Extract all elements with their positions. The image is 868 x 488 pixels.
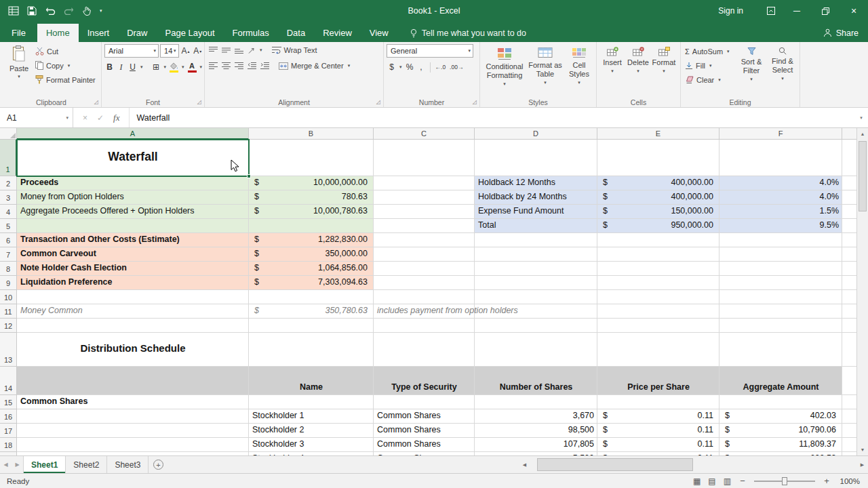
font-size-select[interactable]: 14 ▾ (160, 44, 179, 58)
find-select-button[interactable]: Find & Select ▾ (767, 44, 798, 97)
comma-style-button[interactable]: , (416, 61, 427, 73)
touch-mode-button[interactable] (79, 2, 95, 20)
sheet-nav-left-icon[interactable]: ◀ (0, 456, 12, 473)
cell-C17[interactable]: Common Shares (374, 424, 475, 438)
cell-C9[interactable] (374, 276, 475, 290)
sheet-tab-sheet2[interactable]: Sheet2 (66, 456, 107, 473)
cell-A5[interactable] (17, 219, 249, 233)
cell-D15[interactable] (475, 395, 597, 409)
cell-C10[interactable] (374, 290, 475, 304)
tab-review[interactable]: Review (314, 24, 361, 42)
cell-A9[interactable]: Liquidation Preference (17, 276, 249, 290)
cell-A16[interactable] (17, 409, 249, 424)
cell-A10[interactable] (17, 290, 249, 304)
cut-button[interactable]: Cut (34, 45, 97, 57)
cell-E13[interactable] (597, 333, 719, 367)
hscroll-track[interactable] (530, 456, 856, 473)
scroll-down-arrow[interactable]: ▼ (857, 444, 868, 455)
copy-button[interactable]: Copy ▾ (34, 60, 97, 71)
sheet-nav-right-icon[interactable]: ▶ (12, 456, 23, 473)
cell-B3[interactable]: $780.63 (249, 190, 374, 205)
formula-bar-expand-icon[interactable]: ▾ (854, 108, 868, 127)
row-header-5[interactable]: 5 (0, 219, 17, 233)
row-header-13[interactable]: 13 (0, 333, 17, 367)
column-header-D[interactable]: D (475, 128, 597, 140)
bold-button[interactable]: B (104, 61, 115, 73)
restore-button[interactable] (811, 0, 840, 22)
cell-C15[interactable] (374, 395, 475, 409)
cell-F14[interactable]: Aggregate Amount (719, 367, 842, 395)
cell-B10[interactable] (249, 290, 374, 304)
cell-A18[interactable] (17, 438, 249, 452)
cell-A19[interactable] (17, 452, 249, 455)
cell-F10[interactable] (719, 290, 842, 304)
minimize-button[interactable]: ─ (783, 0, 811, 22)
column-header-C[interactable]: C (374, 128, 475, 140)
cell-C19[interactable]: Common Shares (374, 452, 475, 455)
cell-E19[interactable]: $0.11 (597, 452, 719, 455)
cell-A2[interactable]: Proceeds (17, 176, 249, 190)
page-layout-view-button[interactable]: ▤ (708, 476, 715, 486)
cell-F17[interactable]: $10,790.06 (719, 424, 842, 438)
decrease-indent-button[interactable] (246, 60, 258, 72)
row-header-16[interactable]: 16 (0, 409, 17, 424)
share-button[interactable]: Share (823, 24, 859, 42)
cell-F5[interactable]: 9.5% (719, 219, 842, 233)
cell-D10[interactable] (475, 290, 597, 304)
column-header-F[interactable]: F (719, 128, 842, 140)
cell-E10[interactable] (597, 290, 719, 304)
cell-D14[interactable]: Number of Shares (475, 367, 597, 395)
cell-C16[interactable]: Common Shares (374, 409, 475, 424)
cell-D4[interactable]: Expense Fund Amount (475, 205, 597, 219)
cell-A6[interactable]: Transaction and Other Costs (Estimate) (17, 233, 249, 247)
column-header-A[interactable]: A (17, 128, 249, 140)
cell-C3[interactable] (374, 190, 475, 205)
cell-C7[interactable] (374, 247, 475, 262)
cell-E15[interactable] (597, 395, 719, 409)
select-all-corner[interactable] (0, 128, 17, 140)
borders-button[interactable]: ⊞ (151, 61, 161, 73)
cell-C2[interactable] (374, 176, 475, 190)
conditional-formatting-button[interactable]: Conditional Formatting ▾ (483, 44, 526, 97)
accounting-format-dropdown-icon[interactable]: ▾ (399, 64, 402, 70)
row-header-17[interactable]: 17 (0, 424, 17, 438)
column-header-E[interactable]: E (597, 128, 719, 140)
sort-filter-button[interactable]: Sort & Filter ▾ (736, 44, 767, 97)
row-header-15[interactable]: 15 (0, 395, 17, 409)
new-sheet-button[interactable]: + (149, 456, 167, 473)
cell-E4[interactable]: $150,000.00 (597, 205, 719, 219)
increase-indent-button[interactable] (259, 60, 271, 72)
cell-D3[interactable]: Holdback by 24 Months (475, 190, 597, 205)
cell-E6[interactable] (597, 233, 719, 247)
cell-F9[interactable] (719, 276, 842, 290)
row-header-6[interactable]: 6 (0, 233, 17, 247)
cell-A17[interactable] (17, 424, 249, 438)
row-header-12[interactable]: 12 (0, 319, 17, 333)
cell-F15[interactable] (719, 395, 842, 409)
align-right-button[interactable] (233, 60, 245, 72)
customize-qat-dropdown[interactable]: ▾ (97, 8, 105, 14)
cell-E18[interactable]: $0.11 (597, 438, 719, 452)
delete-cells-button[interactable]: Delete ▾ (625, 44, 651, 97)
fill-color-dropdown-icon[interactable]: ▾ (182, 64, 184, 70)
cell-D11[interactable] (475, 304, 597, 319)
zoom-in-button[interactable]: + (823, 476, 831, 486)
cell-E14[interactable]: Price per Share (597, 367, 719, 395)
cell-C8[interactable] (374, 262, 475, 276)
cell-D13[interactable] (475, 333, 597, 367)
normal-view-button[interactable]: ▦ (693, 476, 701, 486)
accounting-format-button[interactable]: $ (387, 61, 397, 73)
format-painter-button[interactable]: Format Painter (34, 74, 97, 85)
tab-data[interactable]: Data (278, 24, 314, 42)
decrease-decimal-button[interactable]: .00→ (448, 61, 465, 73)
percent-style-button[interactable]: % (405, 61, 415, 73)
cell-E2[interactable]: $400,000.00 (597, 176, 719, 190)
cell-C6[interactable] (374, 233, 475, 247)
hscroll-right-arrow[interactable]: ▶ (856, 456, 868, 473)
cell-B7[interactable]: $350,000.00 (249, 247, 374, 262)
tell-me-box[interactable]: Tell me what you want to do (410, 24, 526, 42)
horizontal-scrollbar[interactable]: ◀ ▶ (519, 456, 868, 473)
orientation-button[interactable] (246, 44, 257, 56)
row-header-9[interactable]: 9 (0, 276, 17, 290)
name-box-dropdown-icon[interactable]: ▾ (66, 115, 68, 121)
